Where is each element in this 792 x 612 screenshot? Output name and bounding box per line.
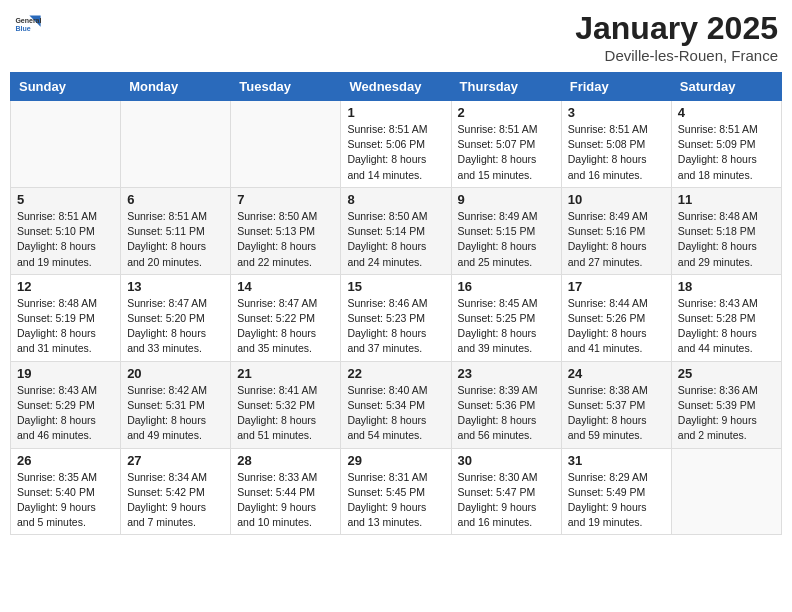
day-info: Sunrise: 8:50 AMSunset: 5:14 PMDaylight:… (347, 209, 444, 270)
weekday-header-row: SundayMondayTuesdayWednesdayThursdayFrid… (11, 73, 782, 101)
month-title: January 2025 (575, 10, 778, 47)
day-cell: 7Sunrise: 8:50 AMSunset: 5:13 PMDaylight… (231, 187, 341, 274)
day-info: Sunrise: 8:44 AMSunset: 5:26 PMDaylight:… (568, 296, 665, 357)
page-header: General Blue January 2025 Deville-les-Ro… (10, 10, 782, 64)
day-number: 9 (458, 192, 555, 207)
day-cell: 28Sunrise: 8:33 AMSunset: 5:44 PMDayligh… (231, 448, 341, 535)
day-cell: 31Sunrise: 8:29 AMSunset: 5:49 PMDayligh… (561, 448, 671, 535)
day-number: 30 (458, 453, 555, 468)
day-cell: 22Sunrise: 8:40 AMSunset: 5:34 PMDayligh… (341, 361, 451, 448)
week-row-4: 19Sunrise: 8:43 AMSunset: 5:29 PMDayligh… (11, 361, 782, 448)
logo: General Blue (14, 10, 44, 38)
day-info: Sunrise: 8:48 AMSunset: 5:19 PMDaylight:… (17, 296, 114, 357)
svg-text:Blue: Blue (15, 25, 30, 32)
day-cell: 4Sunrise: 8:51 AMSunset: 5:09 PMDaylight… (671, 101, 781, 188)
day-number: 25 (678, 366, 775, 381)
day-number: 21 (237, 366, 334, 381)
day-number: 24 (568, 366, 665, 381)
day-info: Sunrise: 8:50 AMSunset: 5:13 PMDaylight:… (237, 209, 334, 270)
day-cell: 30Sunrise: 8:30 AMSunset: 5:47 PMDayligh… (451, 448, 561, 535)
day-cell: 20Sunrise: 8:42 AMSunset: 5:31 PMDayligh… (121, 361, 231, 448)
day-cell: 18Sunrise: 8:43 AMSunset: 5:28 PMDayligh… (671, 274, 781, 361)
day-number: 22 (347, 366, 444, 381)
day-info: Sunrise: 8:29 AMSunset: 5:49 PMDaylight:… (568, 470, 665, 531)
day-cell: 3Sunrise: 8:51 AMSunset: 5:08 PMDaylight… (561, 101, 671, 188)
day-number: 31 (568, 453, 665, 468)
day-info: Sunrise: 8:38 AMSunset: 5:37 PMDaylight:… (568, 383, 665, 444)
day-cell: 1Sunrise: 8:51 AMSunset: 5:06 PMDaylight… (341, 101, 451, 188)
day-number: 29 (347, 453, 444, 468)
day-cell: 10Sunrise: 8:49 AMSunset: 5:16 PMDayligh… (561, 187, 671, 274)
day-cell: 12Sunrise: 8:48 AMSunset: 5:19 PMDayligh… (11, 274, 121, 361)
day-cell (671, 448, 781, 535)
day-info: Sunrise: 8:36 AMSunset: 5:39 PMDaylight:… (678, 383, 775, 444)
weekday-header-thursday: Thursday (451, 73, 561, 101)
day-cell: 16Sunrise: 8:45 AMSunset: 5:25 PMDayligh… (451, 274, 561, 361)
week-row-5: 26Sunrise: 8:35 AMSunset: 5:40 PMDayligh… (11, 448, 782, 535)
day-info: Sunrise: 8:48 AMSunset: 5:18 PMDaylight:… (678, 209, 775, 270)
day-cell: 24Sunrise: 8:38 AMSunset: 5:37 PMDayligh… (561, 361, 671, 448)
day-info: Sunrise: 8:51 AMSunset: 5:11 PMDaylight:… (127, 209, 224, 270)
day-number: 3 (568, 105, 665, 120)
day-info: Sunrise: 8:39 AMSunset: 5:36 PMDaylight:… (458, 383, 555, 444)
logo-icon: General Blue (14, 10, 42, 38)
day-number: 12 (17, 279, 114, 294)
day-info: Sunrise: 8:34 AMSunset: 5:42 PMDaylight:… (127, 470, 224, 531)
day-number: 17 (568, 279, 665, 294)
week-row-2: 5Sunrise: 8:51 AMSunset: 5:10 PMDaylight… (11, 187, 782, 274)
day-number: 10 (568, 192, 665, 207)
day-number: 8 (347, 192, 444, 207)
day-cell (121, 101, 231, 188)
day-number: 13 (127, 279, 224, 294)
day-cell: 21Sunrise: 8:41 AMSunset: 5:32 PMDayligh… (231, 361, 341, 448)
day-info: Sunrise: 8:33 AMSunset: 5:44 PMDaylight:… (237, 470, 334, 531)
day-info: Sunrise: 8:43 AMSunset: 5:29 PMDaylight:… (17, 383, 114, 444)
day-cell: 14Sunrise: 8:47 AMSunset: 5:22 PMDayligh… (231, 274, 341, 361)
day-cell: 19Sunrise: 8:43 AMSunset: 5:29 PMDayligh… (11, 361, 121, 448)
calendar-table: SundayMondayTuesdayWednesdayThursdayFrid… (10, 72, 782, 535)
weekday-header-wednesday: Wednesday (341, 73, 451, 101)
day-info: Sunrise: 8:47 AMSunset: 5:22 PMDaylight:… (237, 296, 334, 357)
day-number: 19 (17, 366, 114, 381)
day-number: 27 (127, 453, 224, 468)
day-info: Sunrise: 8:41 AMSunset: 5:32 PMDaylight:… (237, 383, 334, 444)
weekday-header-friday: Friday (561, 73, 671, 101)
day-cell: 27Sunrise: 8:34 AMSunset: 5:42 PMDayligh… (121, 448, 231, 535)
day-info: Sunrise: 8:46 AMSunset: 5:23 PMDaylight:… (347, 296, 444, 357)
day-number: 7 (237, 192, 334, 207)
day-cell: 9Sunrise: 8:49 AMSunset: 5:15 PMDaylight… (451, 187, 561, 274)
day-cell: 15Sunrise: 8:46 AMSunset: 5:23 PMDayligh… (341, 274, 451, 361)
day-cell: 6Sunrise: 8:51 AMSunset: 5:11 PMDaylight… (121, 187, 231, 274)
day-number: 26 (17, 453, 114, 468)
day-info: Sunrise: 8:35 AMSunset: 5:40 PMDaylight:… (17, 470, 114, 531)
day-info: Sunrise: 8:30 AMSunset: 5:47 PMDaylight:… (458, 470, 555, 531)
day-cell: 5Sunrise: 8:51 AMSunset: 5:10 PMDaylight… (11, 187, 121, 274)
day-info: Sunrise: 8:51 AMSunset: 5:06 PMDaylight:… (347, 122, 444, 183)
day-info: Sunrise: 8:51 AMSunset: 5:08 PMDaylight:… (568, 122, 665, 183)
day-number: 6 (127, 192, 224, 207)
day-number: 2 (458, 105, 555, 120)
day-cell: 26Sunrise: 8:35 AMSunset: 5:40 PMDayligh… (11, 448, 121, 535)
day-info: Sunrise: 8:51 AMSunset: 5:07 PMDaylight:… (458, 122, 555, 183)
day-info: Sunrise: 8:40 AMSunset: 5:34 PMDaylight:… (347, 383, 444, 444)
title-block: January 2025 Deville-les-Rouen, France (575, 10, 778, 64)
day-info: Sunrise: 8:45 AMSunset: 5:25 PMDaylight:… (458, 296, 555, 357)
day-cell: 29Sunrise: 8:31 AMSunset: 5:45 PMDayligh… (341, 448, 451, 535)
day-info: Sunrise: 8:51 AMSunset: 5:10 PMDaylight:… (17, 209, 114, 270)
day-number: 23 (458, 366, 555, 381)
day-number: 14 (237, 279, 334, 294)
day-number: 1 (347, 105, 444, 120)
weekday-header-sunday: Sunday (11, 73, 121, 101)
day-cell: 13Sunrise: 8:47 AMSunset: 5:20 PMDayligh… (121, 274, 231, 361)
day-number: 4 (678, 105, 775, 120)
week-row-3: 12Sunrise: 8:48 AMSunset: 5:19 PMDayligh… (11, 274, 782, 361)
day-number: 28 (237, 453, 334, 468)
day-info: Sunrise: 8:47 AMSunset: 5:20 PMDaylight:… (127, 296, 224, 357)
day-info: Sunrise: 8:51 AMSunset: 5:09 PMDaylight:… (678, 122, 775, 183)
day-info: Sunrise: 8:42 AMSunset: 5:31 PMDaylight:… (127, 383, 224, 444)
day-cell: 2Sunrise: 8:51 AMSunset: 5:07 PMDaylight… (451, 101, 561, 188)
day-cell (11, 101, 121, 188)
day-cell: 17Sunrise: 8:44 AMSunset: 5:26 PMDayligh… (561, 274, 671, 361)
day-cell: 11Sunrise: 8:48 AMSunset: 5:18 PMDayligh… (671, 187, 781, 274)
weekday-header-tuesday: Tuesday (231, 73, 341, 101)
